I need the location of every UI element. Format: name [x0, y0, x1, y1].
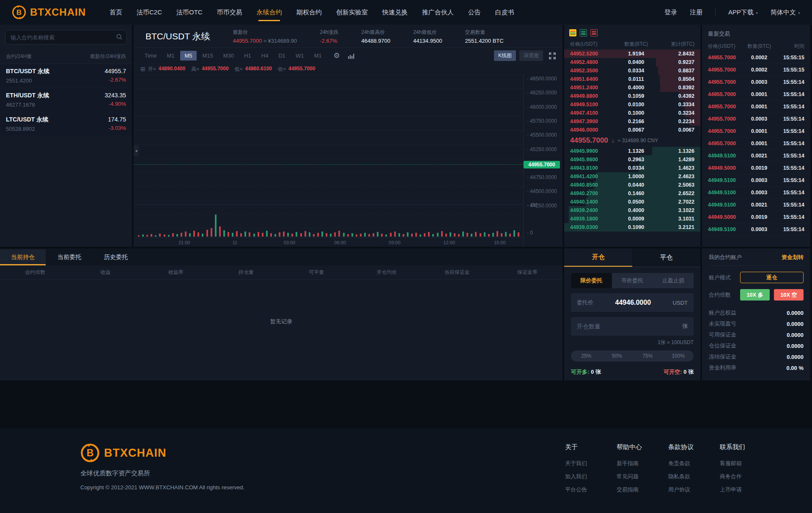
- percent-button-100[interactable]: 100%: [663, 350, 694, 361]
- percent-button-75[interactable]: 75%: [632, 350, 663, 361]
- order-tab-close[interactable]: 平仓: [632, 248, 700, 267]
- ohlc-grid-icon[interactable]: ⊞: [140, 66, 145, 72]
- footer-link[interactable]: 商务合作: [720, 473, 757, 480]
- positions-tab-1[interactable]: 当前委托: [47, 249, 92, 265]
- footer-link[interactable]: 用户协议: [668, 486, 705, 494]
- orderbook-bid-row[interactable]: 44940.14000.05002.7022: [564, 198, 700, 206]
- timeframe-m30-4[interactable]: M30: [219, 51, 238, 61]
- orderbook-view-bids-icon[interactable]: [580, 29, 587, 36]
- volume-bar: [142, 234, 144, 237]
- trade-time: 15:55:14: [774, 202, 804, 208]
- footer-link[interactable]: 平台公告: [565, 486, 602, 494]
- timeframe-w1-8[interactable]: W1: [291, 51, 308, 61]
- footer-link[interactable]: 隐私条款: [668, 473, 705, 480]
- orderbook-ask-row[interactable]: 44951.24000.40000.8392: [564, 83, 700, 92]
- nav-item-partner[interactable]: 推广合伙人: [422, 0, 454, 25]
- percent-button-50[interactable]: 50%: [602, 350, 633, 361]
- chart-settings-gear-icon[interactable]: ⚙: [334, 51, 340, 60]
- quantity-field[interactable]: 张: [571, 317, 694, 336]
- depth-view-button[interactable]: 深度图: [519, 50, 543, 61]
- orderbook-ask-row[interactable]: 44947.39000.21660.2234: [564, 117, 700, 126]
- app-download-menu[interactable]: APP下载▾: [728, 8, 758, 17]
- nav-item-swap[interactable]: 快速兑换: [382, 0, 408, 25]
- timeframe-m1-1[interactable]: M1: [162, 51, 178, 61]
- leverage-long-button[interactable]: 10X 多: [740, 289, 770, 301]
- nav-item-spot[interactable]: 币币交易: [217, 0, 242, 25]
- nav-item-perpetual[interactable]: 永续合约: [257, 0, 282, 25]
- orderbook-view-asks-icon[interactable]: [590, 29, 598, 36]
- quantity-input[interactable]: [577, 323, 679, 330]
- margin-mode-button[interactable]: 逐仓: [740, 272, 804, 283]
- order-type-2[interactable]: 止盈止损: [653, 273, 694, 288]
- footer-link[interactable]: 客服邮箱: [720, 460, 757, 467]
- register-link[interactable]: 注册: [690, 8, 702, 17]
- kline-view-button[interactable]: K线图: [494, 50, 516, 61]
- fund-transfer-link[interactable]: 资金划转: [782, 254, 804, 261]
- percent-button-25[interactable]: 25%: [571, 350, 602, 361]
- orderbook-bid-row[interactable]: 44945.99001.13261.1326: [564, 147, 700, 155]
- leverage-short-button[interactable]: 10X 空: [774, 289, 804, 301]
- orderbook-bid-row[interactable]: 44939.03000.10903.2121: [564, 223, 700, 232]
- orderbook-ask-row[interactable]: 44949.51000.01000.3334: [564, 100, 700, 109]
- orderbook-ask-row[interactable]: 44952.48000.04000.9237: [564, 58, 700, 66]
- brand-logo[interactable]: B BTXCHAIN: [12, 5, 86, 19]
- orderbook-bid-row[interactable]: 44945.98000.29631.4289: [564, 155, 700, 164]
- positions-tab-0[interactable]: 当前持仓: [0, 249, 46, 265]
- watchlist-row[interactable]: ETH/USDT 永续46277.16783243.35-4.90%: [0, 88, 132, 112]
- orderbook-bid-row[interactable]: 44939.24000.40003.1022: [564, 206, 700, 215]
- orderbook-ask-row[interactable]: 44952.35000.03340.8837: [564, 66, 700, 75]
- nav-item-fiat-otc[interactable]: 法币OTC: [176, 0, 203, 25]
- orderbook-view-all-icon[interactable]: [569, 29, 576, 36]
- positions-tab-2[interactable]: 历史委托: [93, 249, 139, 265]
- footer-link[interactable]: 新手指南: [617, 460, 654, 467]
- positions-col-header: 开仓均价: [351, 269, 422, 276]
- order-tab-open[interactable]: 开仓: [564, 248, 632, 267]
- orderbook-ask-row[interactable]: 44947.41000.10000.3234: [564, 109, 700, 117]
- watchlist-row[interactable]: LTC/USDT 永续50528.8902174.75-3.03%: [0, 112, 132, 136]
- footer-link[interactable]: 免责条款: [668, 460, 705, 467]
- nav-item-lab[interactable]: 创新实验室: [336, 0, 368, 25]
- orderbook-bid-row[interactable]: 44939.18000.00093.1031: [564, 215, 700, 223]
- contract-search-input[interactable]: [5, 30, 127, 44]
- footer-link[interactable]: 上币申请: [720, 486, 757, 494]
- nav-item-options[interactable]: 期权合约: [296, 0, 322, 25]
- trade-row: 44949.51000.000315:55:14: [702, 174, 810, 187]
- orderbook-ask-row[interactable]: 44946.00000.00670.0067: [564, 126, 700, 134]
- nav-item-fiat-c2c[interactable]: 法币C2C: [137, 0, 162, 25]
- orderbook-ask-row[interactable]: 44951.64000.01110.8504: [564, 75, 700, 83]
- watchlist-row[interactable]: BTC/USDT 永续2551.420044955.7-2.67%: [0, 64, 132, 88]
- price-input[interactable]: [597, 299, 669, 306]
- sidebar-collapse-handle[interactable]: ◂: [134, 145, 139, 156]
- nav-item-whitepaper[interactable]: 白皮书: [495, 0, 514, 25]
- orderbook-ask-row[interactable]: 44952.52001.91942.8432: [564, 50, 700, 58]
- nav-item-home[interactable]: 首页: [110, 0, 122, 25]
- footer-column-title: 关于: [565, 443, 602, 451]
- trade-time: 15:55:14: [774, 153, 804, 159]
- candlestick-plot[interactable]: ◂ 21:001103:0006:0009:0012:0015:00: [134, 74, 524, 247]
- language-menu[interactable]: 简体中文▾: [771, 8, 800, 17]
- footer-link[interactable]: 交易指南: [617, 486, 654, 494]
- footer-link[interactable]: 加入我们: [565, 473, 602, 480]
- search-icon[interactable]: [116, 33, 123, 40]
- timeframe-d1-7[interactable]: D1: [274, 51, 290, 61]
- timeframe-m1-9[interactable]: M1: [310, 51, 326, 61]
- orderbook-bid-row[interactable]: 44941.42001.00002.4623: [564, 172, 700, 181]
- footer-link[interactable]: 常见问题: [617, 473, 654, 480]
- timeframe-m15-3[interactable]: M15: [198, 51, 217, 61]
- order-type-1[interactable]: 市价委托: [612, 273, 653, 288]
- timeframe-time-0[interactable]: Time: [140, 51, 161, 61]
- order-type-0[interactable]: 限价委托: [571, 273, 612, 288]
- fullscreen-icon[interactable]: [549, 52, 556, 59]
- indicator-icon[interactable]: [348, 53, 355, 59]
- nav-item-notice[interactable]: 公告: [468, 0, 481, 25]
- timeframe-h4-6[interactable]: H4: [257, 51, 273, 61]
- login-link[interactable]: 登录: [664, 8, 677, 17]
- timeframe-h1-5[interactable]: H1: [240, 51, 255, 61]
- footer-link[interactable]: 关于我们: [565, 460, 602, 467]
- orderbook-bid-row[interactable]: 44940.27000.14602.6522: [564, 189, 700, 198]
- timeframe-m5-2[interactable]: M5: [180, 51, 196, 61]
- orderbook-bid-row[interactable]: 44943.81000.03341.4623: [564, 164, 700, 172]
- orderbook-ask-row[interactable]: 44949.88000.10590.4392: [564, 92, 700, 100]
- orderbook-bid-row[interactable]: 44940.85000.04402.5063: [564, 181, 700, 189]
- price-field[interactable]: 委托价 USDT: [571, 293, 694, 312]
